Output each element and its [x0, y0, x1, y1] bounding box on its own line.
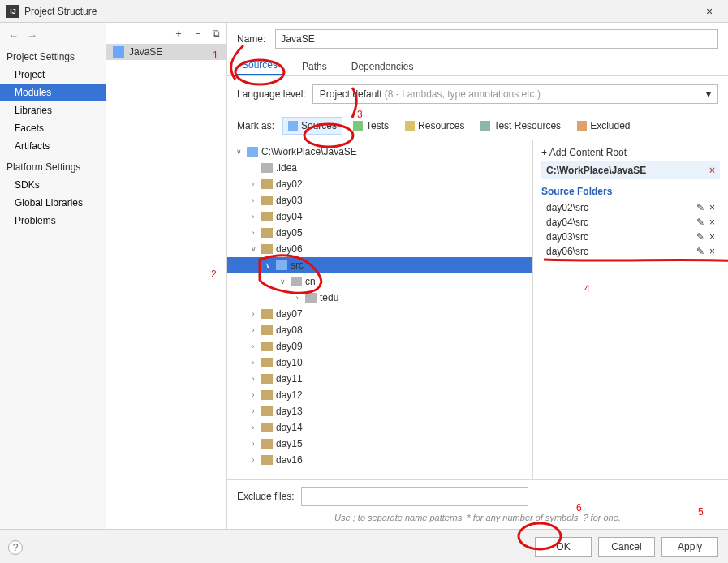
mark-sources-button[interactable]: Sources [282, 117, 342, 135]
module-name-input[interactable] [275, 29, 718, 49]
cancel-button[interactable]: Cancel [598, 537, 655, 557]
folder-icon [261, 179, 273, 189]
sidebar-item-sdks[interactable]: SDKs [0, 176, 106, 194]
tree-label: cn [305, 276, 316, 287]
remove-icon[interactable]: × [709, 202, 715, 213]
expand-arrow-icon[interactable]: ∨ [234, 148, 243, 156]
tab-paths[interactable]: Paths [297, 58, 332, 75]
expand-arrow-icon[interactable]: › [292, 294, 302, 302]
source-tree[interactable]: ∨C:\WorkPlace\JavaSE.idea›day02›day03›da… [227, 140, 533, 479]
source-folders-header: Source Folders [541, 186, 720, 197]
source-folder-item[interactable]: day06\src✎× [541, 244, 720, 259]
apply-button[interactable]: Apply [661, 537, 718, 557]
remove-module-icon[interactable]: － [193, 27, 203, 41]
tree-node[interactable]: ›day05 [227, 225, 532, 241]
expand-arrow-icon[interactable]: › [248, 213, 258, 221]
edit-icon[interactable]: ✎ [696, 231, 704, 243]
forward-arrow-icon[interactable]: → [27, 29, 37, 41]
tree-node[interactable]: ›day13 [227, 403, 532, 419]
mark-resources-button[interactable]: Resources [399, 117, 470, 135]
sidebar-item-project[interactable]: Project [0, 66, 106, 84]
sidebar-item-global-libraries[interactable]: Global Libraries [0, 194, 106, 212]
add-module-icon[interactable]: ＋ [174, 27, 183, 41]
tree-node[interactable]: ∨cn [227, 273, 532, 290]
edit-icon[interactable]: ✎ [696, 246, 704, 257]
mark-excluded-button[interactable]: Excluded [571, 117, 635, 135]
tree-node[interactable]: ›day02 [227, 176, 532, 192]
close-button[interactable]: × [697, 3, 722, 19]
expand-arrow-icon[interactable]: › [248, 196, 258, 204]
tree-node[interactable]: ›day07 [227, 306, 532, 322]
back-arrow-icon[interactable]: ← [8, 29, 19, 41]
expand-arrow-icon[interactable]: › [248, 456, 258, 464]
sidebar-item-facets[interactable]: Facets [0, 119, 106, 137]
remove-icon[interactable]: × [709, 246, 715, 257]
exclude-files-input[interactable] [301, 487, 528, 506]
tree-label: tedu [320, 292, 338, 303]
tree-node[interactable]: ›day12 [227, 387, 532, 403]
edit-icon[interactable]: ✎ [696, 202, 704, 213]
mark-test-resources-button[interactable]: Test Resources [475, 117, 566, 135]
tree-label: day06 [276, 243, 303, 255]
folder-icon [261, 163, 273, 173]
expand-arrow-icon[interactable]: › [248, 407, 258, 415]
expand-arrow-icon[interactable]: › [248, 342, 258, 350]
module-icon [113, 46, 124, 58]
remove-icon[interactable]: × [709, 217, 715, 228]
remove-icon[interactable]: × [709, 231, 715, 243]
sidebar-item-libraries[interactable]: Libraries [0, 101, 106, 119]
tree-node[interactable]: ›day03 [227, 192, 532, 208]
mark-tests-button[interactable]: Tests [347, 117, 394, 135]
module-list-item[interactable]: JavaSE [106, 44, 226, 60]
help-button[interactable]: ? [8, 540, 23, 555]
expand-arrow-icon[interactable]: ∨ [248, 245, 258, 253]
tree-node[interactable]: ›dav16 [227, 452, 532, 468]
tree-node[interactable]: ›day04 [227, 208, 532, 225]
folder-icon [261, 309, 273, 319]
expand-arrow-icon[interactable]: › [248, 440, 258, 448]
tree-node[interactable]: ›day11 [227, 371, 532, 387]
expand-arrow-icon[interactable]: › [248, 229, 258, 237]
tree-node[interactable]: ∨C:\WorkPlace\JavaSE [227, 144, 532, 160]
language-level-hint: (8 - Lambdas, type annotations etc.) [385, 88, 541, 100]
source-folder-item[interactable]: day04\src✎× [541, 215, 720, 230]
expand-arrow-icon[interactable]: › [248, 391, 258, 399]
source-folder-item[interactable]: day03\src✎× [541, 230, 720, 244]
tree-node[interactable]: .idea [227, 160, 532, 176]
tree-node[interactable]: ›day08 [227, 322, 532, 338]
language-level-select[interactable]: Project default (8 - Lambdas, type annot… [312, 84, 718, 104]
expand-arrow-icon[interactable]: › [248, 180, 258, 188]
source-folder-item[interactable]: day02\src✎× [541, 200, 720, 215]
folder-icon [288, 121, 298, 131]
expand-arrow-icon[interactable]: › [248, 326, 258, 334]
expand-arrow-icon[interactable]: › [248, 423, 258, 432]
expand-arrow-icon[interactable]: ∨ [278, 277, 287, 286]
tab-dependencies[interactable]: Dependencies [347, 58, 419, 75]
sidebar-item-modules[interactable]: Modules [0, 84, 106, 101]
expand-arrow-icon[interactable]: ∨ [263, 261, 273, 269]
tree-node[interactable]: ›day14 [227, 419, 532, 436]
expand-arrow-icon[interactable]: › [248, 359, 258, 367]
copy-module-icon[interactable]: ⧉ [213, 28, 220, 39]
add-content-root-button[interactable]: + Add Content Root [541, 147, 720, 158]
edit-icon[interactable]: ✎ [696, 217, 704, 228]
folder-icon [305, 293, 317, 303]
tree-node[interactable]: ›day15 [227, 436, 532, 452]
ok-button[interactable]: OK [535, 537, 592, 557]
mark-label: Excluded [590, 120, 630, 131]
tab-sources[interactable]: Sources [237, 56, 282, 75]
expand-arrow-icon[interactable]: › [248, 375, 258, 383]
sidebar-item-artifacts[interactable]: Artifacts [0, 137, 106, 155]
tree-node[interactable]: ›day09 [227, 338, 532, 355]
remove-root-icon[interactable]: × [709, 165, 715, 176]
sidebar-item-problems[interactable]: Problems [0, 212, 106, 230]
tree-node[interactable]: ›tedu [227, 290, 532, 306]
tree-node[interactable]: ›day10 [227, 355, 532, 371]
expand-arrow-icon[interactable]: › [248, 310, 258, 318]
tree-label: day13 [276, 406, 303, 417]
tree-node[interactable]: ∨day06 [227, 241, 532, 257]
tree-label: day05 [276, 227, 303, 239]
mark-label: Resources [418, 120, 464, 131]
tree-node[interactable]: ∨src [227, 257, 532, 273]
exclude-files-row: Exclude files: [227, 479, 728, 513]
